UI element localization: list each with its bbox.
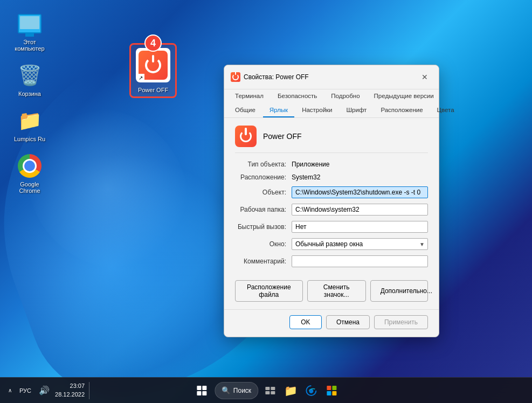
svg-rect-2 [265, 391, 270, 394]
desktop-icon-recycle[interactable]: 🗑️ Корзина [11, 62, 49, 97]
volume-icon[interactable]: 🔊 [36, 382, 53, 399]
apply-button[interactable]: Применить [374, 315, 428, 329]
tab-shortcut[interactable]: Ярлык [263, 103, 294, 117]
search-icon: 🔍 [222, 386, 230, 394]
change-icon-button[interactable]: Сменить значок... [307, 280, 366, 302]
chrome-icon-label: Google Chrome [11, 181, 49, 194]
ok-button[interactable]: OK [289, 315, 322, 329]
workdir-label: Рабочая папка: [235, 206, 292, 213]
location-value: System32 [292, 173, 428, 181]
start-button[interactable] [192, 381, 211, 400]
location-label: Расположение: [235, 173, 292, 181]
dialog-action-buttons: Расположение файла Сменить значок... Доп… [224, 280, 439, 309]
system-clock[interactable]: 23:07 28.12.2022 [55, 382, 85, 399]
type-value: Приложение [292, 161, 428, 168]
prop-row-workdir: Рабочая папка: [235, 204, 428, 216]
desktop-icon-chrome[interactable]: Google Chrome [11, 153, 49, 194]
language-indicator[interactable]: РУС [17, 387, 33, 394]
file-explorer-button[interactable]: 📁 [282, 382, 299, 399]
power-off-shortcut-wrapper: 4 ↗ Power OFF [129, 43, 177, 98]
app-name-label: Power OFF [263, 132, 302, 141]
dialog-titlebar: Свойства: Power OFF ✕ [224, 65, 439, 89]
show-desktop-button[interactable] [89, 382, 91, 399]
hotkey-label: Быстрый вызов: [235, 223, 292, 231]
svg-rect-0 [265, 387, 270, 390]
advanced-button[interactable]: Дополнительно... [370, 280, 428, 302]
desktop-icon-computer[interactable]: Этот компьютер [11, 11, 49, 52]
edge-browser-button[interactable] [302, 382, 320, 399]
svg-rect-6 [327, 391, 331, 395]
power-symbol-icon [145, 57, 161, 73]
power-off-badge: 4 [144, 34, 162, 52]
computer-icon [17, 11, 43, 37]
object-input[interactable] [292, 186, 428, 198]
object-label: Объект: [235, 189, 292, 196]
svg-rect-1 [271, 387, 275, 390]
tab-terminal[interactable]: Терминал [229, 89, 270, 103]
window-select-wrapper: Обычный размер окна Развернутое окно Све… [292, 238, 428, 250]
svg-rect-4 [327, 386, 331, 390]
tab-details[interactable]: Подробно [324, 89, 366, 103]
desktop-icon-power-off[interactable]: ↗ Power OFF [134, 48, 172, 93]
tray-expand-button[interactable]: ∧ [4, 382, 15, 399]
task-view-icon [265, 386, 275, 395]
prop-row-location: Расположение: System32 [235, 173, 428, 181]
search-label: Поиск [233, 387, 251, 394]
app-power-icon [240, 130, 252, 142]
properties-dialog: Свойства: Power OFF ✕ Терминал Безопасно… [224, 65, 439, 337]
tab-row-1: Терминал Безопасность Подробно Предыдущи… [224, 89, 439, 103]
monitor-screen [20, 16, 39, 29]
ms-store-button[interactable] [323, 382, 340, 399]
hotkey-input[interactable] [292, 221, 428, 233]
dialog-title-icon [231, 72, 240, 82]
desktop-icons-column: Этот компьютер 🗑️ Корзина 📁 Lumpics Ru G… [11, 11, 49, 194]
svg-rect-3 [271, 391, 275, 394]
monitor-shape [18, 14, 42, 33]
clock-date: 28.12.2022 [55, 391, 85, 399]
comment-input[interactable] [292, 255, 428, 267]
dialog-content: Power OFF Тип объекта: Приложение Распол… [224, 118, 439, 280]
desktop: Этот компьютер 🗑️ Корзина 📁 Lumpics Ru G… [0, 0, 532, 403]
chrome-icon [17, 153, 43, 179]
lumpics-icon-label: Lumpics Ru [14, 136, 45, 142]
search-bar[interactable]: 🔍 Поиск [215, 382, 258, 399]
tab-settings[interactable]: Настройки [295, 103, 338, 117]
file-explorer-icon: 📁 [284, 384, 298, 397]
ms-store-icon [326, 385, 337, 396]
windows-logo-icon [197, 386, 206, 395]
prop-row-hotkey: Быстрый вызов: [235, 221, 428, 233]
tab-general[interactable]: Общие [229, 103, 262, 117]
comment-label: Комментарий: [235, 258, 292, 265]
tab-row-2: Общие Ярлык Настройки Шрифт Расположение… [224, 103, 439, 117]
power-off-icon-box: ↗ [136, 48, 170, 82]
clock-time: 23:07 [55, 382, 85, 390]
computer-icon-label: Этот компьютер [11, 39, 49, 52]
type-label: Тип объекта: [235, 161, 292, 168]
svg-rect-5 [332, 386, 336, 390]
file-location-button[interactable]: Расположение файла [235, 280, 303, 302]
prop-row-type: Тип объекта: Приложение [235, 161, 428, 168]
tab-layout[interactable]: Расположение [374, 103, 429, 117]
power-off-icon-label: Power OFF [138, 87, 168, 93]
app-icon [235, 126, 257, 147]
svg-rect-7 [332, 391, 336, 395]
dialog-close-button[interactable]: ✕ [417, 70, 432, 85]
prop-row-window: Окно: Обычный размер окна Развернутое ок… [235, 238, 428, 250]
dialog-footer: OK Отмена Применить [224, 309, 439, 337]
window-select[interactable]: Обычный размер окна Развернутое окно Све… [292, 238, 428, 250]
task-view-button[interactable] [261, 382, 279, 399]
window-label: Окно: [235, 240, 292, 248]
dialog-tabs: Терминал Безопасность Подробно Предыдущи… [224, 89, 439, 118]
workdir-input[interactable] [292, 204, 428, 216]
tab-previous-versions[interactable]: Предыдущие версии [368, 89, 440, 103]
tab-security[interactable]: Безопасность [271, 89, 323, 103]
cancel-button[interactable]: Отмена [326, 315, 370, 329]
desktop-icon-lumpics[interactable]: 📁 Lumpics Ru [11, 108, 49, 142]
taskbar-center: 🔍 Поиск 📁 [192, 381, 340, 400]
tab-font[interactable]: Шрифт [340, 103, 374, 117]
folder-icon: 📁 [17, 108, 43, 134]
tab-colors[interactable]: Цвета [431, 103, 461, 117]
recycle-icon-label: Корзина [18, 91, 41, 97]
shortcut-arrow-icon: ↗ [137, 74, 144, 81]
prop-row-object: Объект: [235, 186, 428, 198]
